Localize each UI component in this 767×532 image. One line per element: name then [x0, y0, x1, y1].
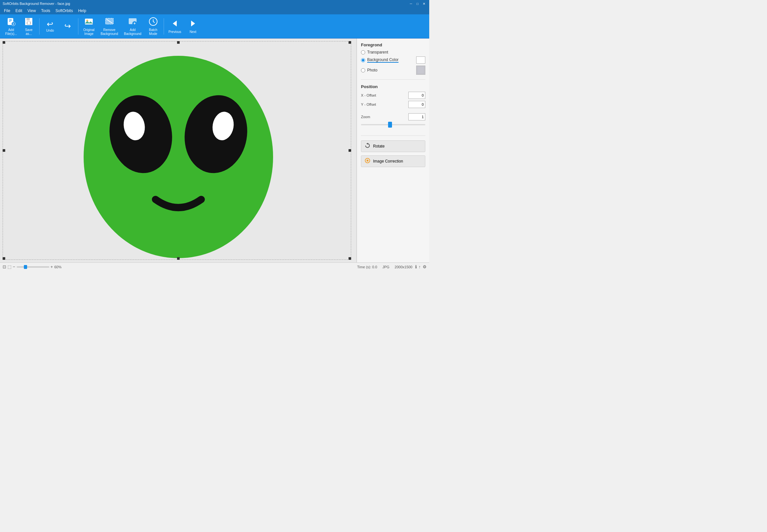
menubar: File Edit View Tools SoftOrbits Help	[0, 7, 429, 14]
original-image-label: OriginalImage	[83, 28, 94, 36]
svg-rect-7	[26, 18, 30, 21]
zoom-select-icon[interactable]: ⬚	[8, 264, 11, 269]
add-files-label: AddFile(s)...	[5, 28, 17, 36]
info-icon[interactable]: ℹ	[415, 264, 417, 269]
settings-icon[interactable]: ⚙	[423, 264, 427, 269]
add-files-button[interactable]: + AddFile(s)...	[3, 16, 20, 37]
add-background-icon: +	[128, 17, 137, 27]
photo-option-row: Photo	[361, 66, 425, 75]
batch-mode-label: BatchMode	[149, 28, 157, 36]
divider-2	[361, 135, 425, 136]
previous-icon	[170, 19, 179, 29]
close-button[interactable]: ✕	[421, 1, 427, 6]
background-color-radio[interactable]	[361, 58, 365, 62]
time-display: Time (s): 0.0	[357, 265, 377, 269]
undo-label: Undo	[46, 29, 54, 33]
menu-help[interactable]: Help	[75, 8, 89, 14]
next-button[interactable]: Next	[184, 16, 202, 37]
save-as-icon	[24, 17, 33, 27]
svg-rect-9	[27, 22, 30, 24]
toolbar-separator-1	[39, 18, 39, 35]
menu-tools[interactable]: Tools	[39, 8, 53, 14]
redo-button[interactable]: ↪	[59, 16, 76, 37]
original-image-button[interactable]: OriginalImage	[80, 16, 97, 37]
handle-right-mid[interactable]	[349, 149, 351, 152]
canvas-inner	[0, 39, 356, 262]
y-offset-input[interactable]	[408, 101, 425, 108]
image-correction-button[interactable]: Image Correction	[361, 155, 425, 167]
add-background-label: AddBackground	[124, 28, 141, 36]
position-section: Position X - Offset Y - Offset	[361, 84, 425, 110]
zoom-plus-icon[interactable]: +	[51, 264, 53, 269]
toolbar-separator-3	[164, 18, 164, 35]
svg-text:+: +	[12, 22, 14, 26]
photo-label[interactable]: Photo	[367, 68, 377, 72]
handle-top-left[interactable]	[3, 41, 5, 44]
x-offset-label: X - Offset	[361, 93, 408, 97]
y-offset-row: Y - Offset	[361, 101, 425, 108]
fit-icon[interactable]: ⊡	[3, 264, 6, 269]
zoom-percent: 60%	[54, 265, 61, 269]
titlebar-title: SoftOrbits Background Remover - face.jpg	[3, 2, 70, 6]
zoom-section: Zoom	[361, 113, 425, 131]
photo-thumbnail[interactable]	[416, 66, 425, 75]
handle-bottom-mid[interactable]	[177, 257, 180, 260]
handle-bottom-left[interactable]	[3, 257, 5, 260]
svg-marker-19	[173, 21, 177, 26]
share-icon[interactable]: ↑	[419, 264, 421, 269]
background-color-label[interactable]: Background Color	[367, 57, 399, 63]
menu-view[interactable]: View	[25, 8, 39, 14]
add-background-button[interactable]: + AddBackground	[121, 16, 144, 37]
image-canvas[interactable]	[0, 39, 356, 262]
next-label: Next	[189, 30, 196, 34]
zoom-controls: ⊡ ⬚ − + 60%	[3, 264, 61, 269]
y-offset-label: Y - Offset	[361, 102, 408, 106]
handle-bottom-right[interactable]	[349, 257, 351, 260]
dimensions-display: 2000x1500	[395, 265, 412, 269]
handle-left-mid[interactable]	[3, 149, 5, 152]
divider-1	[361, 79, 425, 80]
handle-top-mid[interactable]	[177, 41, 180, 44]
add-files-icon: +	[7, 17, 16, 27]
minimize-button[interactable]: ─	[408, 1, 414, 6]
zoom-input[interactable]	[408, 113, 425, 120]
background-color-swatch[interactable]	[416, 56, 425, 64]
main-content: Foregrond Transparent Background Color P…	[0, 39, 429, 262]
rotate-button[interactable]: Rotate	[361, 140, 425, 152]
save-as-label: Saveas...	[25, 28, 33, 36]
undo-button[interactable]: ↩ Undo	[41, 16, 58, 37]
menu-file[interactable]: File	[1, 8, 13, 14]
foreground-section: Foregrond Transparent Background Color P…	[361, 42, 425, 75]
status-info-icons: ℹ ↑ ⚙	[415, 264, 427, 269]
handle-top-right[interactable]	[349, 41, 351, 44]
svg-rect-26	[417, 66, 425, 74]
zoom-bar[interactable]	[17, 266, 49, 268]
right-panel: Foregrond Transparent Background Color P…	[357, 39, 429, 262]
foreground-options: Transparent Background Color Photo	[361, 50, 425, 75]
remove-background-label: RemoveBackground	[101, 28, 118, 36]
zoom-row: Zoom	[361, 113, 425, 120]
previous-button[interactable]: Previous	[166, 16, 184, 37]
toolbar: + AddFile(s)... Saveas... ↩ Undo ↪ Origi…	[0, 14, 429, 39]
remove-background-icon	[105, 17, 114, 27]
remove-background-button[interactable]: RemoveBackground	[98, 16, 120, 37]
save-as-button[interactable]: Saveas...	[20, 16, 37, 37]
position-title: Position	[361, 84, 425, 89]
transparent-radio[interactable]	[361, 50, 365, 55]
zoom-minus-icon[interactable]: −	[13, 264, 15, 269]
image-correction-label: Image Correction	[373, 159, 403, 164]
image-correction-icon	[365, 158, 370, 165]
svg-point-30	[367, 160, 368, 162]
background-color-option-row: Background Color	[361, 56, 425, 64]
maximize-button[interactable]: □	[415, 1, 420, 6]
zoom-slider[interactable]	[361, 124, 425, 125]
zoom-bar-thumb[interactable]	[24, 265, 27, 269]
batch-mode-button[interactable]: BatchMode	[145, 16, 162, 37]
transparent-label[interactable]: Transparent	[367, 50, 388, 55]
x-offset-input[interactable]	[408, 92, 425, 99]
menu-edit[interactable]: Edit	[13, 8, 25, 14]
menu-softorbits[interactable]: SoftOrbits	[53, 8, 75, 14]
titlebar-controls[interactable]: ─ □ ✕	[408, 1, 427, 6]
photo-radio[interactable]	[361, 68, 365, 72]
app-title: SoftOrbits Background Remover - face.jpg	[3, 2, 70, 6]
